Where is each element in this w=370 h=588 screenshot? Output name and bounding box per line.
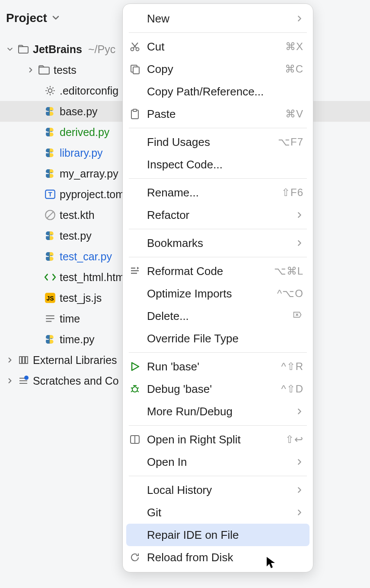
folder-icon (38, 64, 50, 76)
chevron-right-icon (296, 484, 303, 496)
blank-icon (129, 158, 141, 171)
menu-item[interactable]: Reload from Disk (123, 546, 313, 569)
py-icon (44, 230, 56, 242)
menu-item-label: Debug 'base' (147, 383, 275, 396)
menu-shortcut: ⌥F7 (278, 136, 303, 148)
menu-item[interactable]: Repair IDE on File (126, 524, 309, 546)
menu-shortcut: ^⇧R (281, 360, 303, 373)
blank-icon (129, 332, 141, 345)
tree-external-label: External Libraries (33, 354, 117, 367)
mouse-cursor-icon (265, 556, 277, 573)
menu-separator (129, 257, 307, 257)
blank-icon (129, 506, 141, 518)
menu-shortcut: ^⌥O (277, 288, 303, 300)
menu-item[interactable]: Copy⌘C (123, 58, 313, 80)
menu-separator (129, 32, 307, 33)
py-icon (44, 126, 56, 138)
tree-item-label: test_car.py (60, 250, 112, 263)
menu-item-label: Delete... (147, 310, 285, 323)
blank-icon (129, 484, 141, 496)
menu-separator (129, 425, 307, 426)
blank-icon (129, 136, 141, 148)
menu-shortcut: ⇧↩ (285, 433, 303, 446)
menu-item[interactable]: Debug 'base'^⇧D (123, 378, 313, 400)
tree-item-label: base.py (60, 105, 98, 118)
menu-item[interactable]: Refactor (123, 204, 313, 226)
menu-item[interactable]: Reformat Code⌥⌘L (123, 260, 313, 282)
menu-item-label: Paste (147, 107, 279, 121)
menu-item[interactable]: Delete... (123, 305, 313, 327)
py-icon (44, 168, 56, 180)
tree-item-label: library.py (60, 147, 103, 159)
py-icon (44, 147, 56, 159)
menu-item[interactable]: Open in Right Split⇧↩ (123, 428, 313, 451)
blank-icon (129, 405, 141, 417)
menu-shortcut: ⌘X (285, 41, 303, 53)
tree-item-label: .editorconfig (60, 85, 118, 97)
blank-icon (129, 456, 141, 468)
text-icon (44, 313, 56, 325)
tree-item-label: derived.py (60, 126, 109, 139)
menu-separator (129, 178, 307, 179)
menu-item[interactable]: More Run/Debug (123, 400, 313, 423)
menu-item-label: Git (147, 506, 290, 519)
chevron-right-icon (296, 209, 303, 221)
menu-item-label: Copy (147, 63, 279, 76)
menu-separator (129, 229, 307, 229)
menu-item[interactable]: Find Usages⌥F7 (123, 131, 313, 153)
chevron-right-icon (6, 377, 14, 384)
chevron-right-icon (27, 66, 35, 73)
menu-item-label: Copy Path/Reference... (147, 85, 303, 98)
tree-item-label: test.py (60, 230, 92, 242)
py-icon (44, 250, 56, 262)
tree-item-label: tests (54, 64, 77, 76)
menu-item[interactable]: Optimize Imports^⌥O (123, 282, 313, 305)
menu-item-label: Find Usages (147, 136, 272, 149)
menu-item[interactable]: Paste⌘V (123, 103, 313, 125)
tree-item-label: time.py (60, 333, 95, 346)
folder-icon (17, 43, 29, 55)
menu-item-label: Bookmarks (147, 237, 290, 250)
menu-item[interactable]: Override File Type (123, 327, 313, 350)
menu-item[interactable]: Open In (123, 451, 313, 473)
chevron-down-icon (6, 46, 14, 53)
paste-icon (129, 108, 141, 120)
menu-item-label: Local History (147, 484, 290, 497)
menu-item[interactable]: Copy Path/Reference... (123, 80, 313, 103)
menu-item[interactable]: Inspect Code... (123, 153, 313, 176)
debug-icon (129, 383, 141, 395)
delete-key-icon (291, 310, 303, 322)
menu-item-label: New (147, 12, 290, 25)
split-icon (129, 433, 141, 446)
html-icon (44, 271, 56, 283)
tree-item-label: pyproject.tom (60, 188, 124, 201)
menu-item[interactable]: Git (123, 501, 313, 524)
chevron-right-icon (296, 405, 303, 418)
blank-icon (129, 13, 141, 25)
chevron-right-icon (296, 237, 303, 250)
tree-item-label: test_js.js (60, 292, 102, 304)
menu-separator (129, 128, 307, 128)
menu-item-label: Refactor (147, 209, 290, 222)
menu-separator (129, 476, 307, 476)
js-icon (44, 292, 56, 304)
menu-item[interactable]: New (123, 7, 313, 30)
menu-item-label: Rename... (147, 186, 275, 199)
menu-item[interactable]: Bookmarks (123, 232, 313, 254)
py-icon (44, 333, 56, 345)
blank-icon (129, 237, 141, 249)
py-icon (44, 105, 56, 117)
menu-shortcut: ⌥⌘L (274, 265, 303, 277)
blank-icon (129, 187, 141, 199)
menu-item[interactable]: Cut⌘X (123, 35, 313, 58)
reformat-icon (129, 265, 141, 277)
blank-icon (129, 85, 141, 98)
chevron-right-icon (6, 357, 14, 364)
menu-item[interactable]: Local History (123, 479, 313, 501)
menu-item[interactable]: Rename...⇧F6 (123, 181, 313, 204)
menu-item-label: More Run/Debug (147, 405, 290, 418)
menu-item[interactable]: Run 'base'^⇧R (123, 355, 313, 378)
gear-icon (44, 85, 56, 97)
context-menu: NewCut⌘XCopy⌘CCopy Path/Reference...Past… (122, 3, 313, 572)
menu-shortcut: ^⇧D (281, 383, 303, 395)
